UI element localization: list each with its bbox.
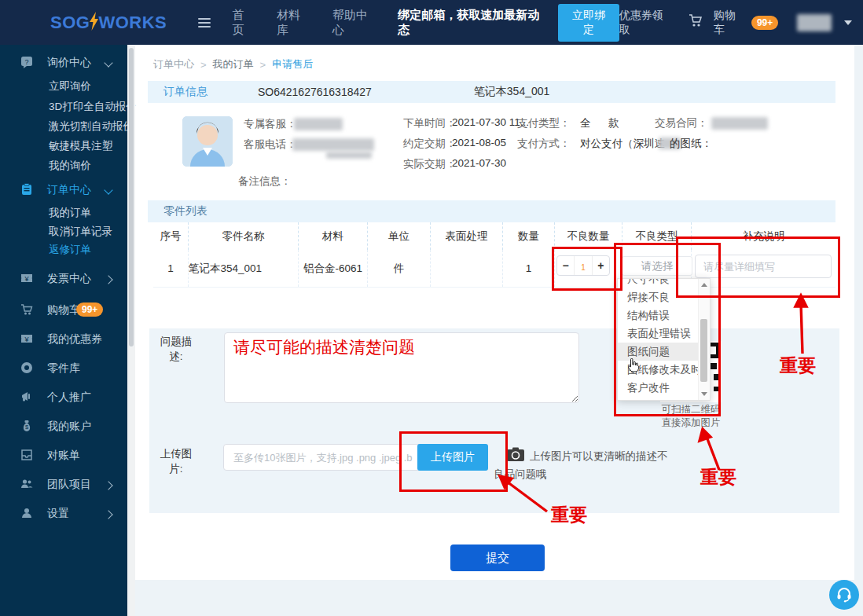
cs-label: 专属客服：	[244, 117, 297, 131]
stepper-value[interactable]: 1	[574, 256, 592, 275]
username-redacted[interactable]	[797, 14, 832, 31]
pay-type-value: 全 款	[580, 116, 619, 130]
promise-date-label: 约定交期：	[403, 137, 457, 151]
order-part-name: 笔记本354_001	[474, 85, 550, 99]
right-margin-strip	[854, 45, 863, 616]
sidebar-item-cancelled-orders[interactable]: 取消订单记录	[0, 223, 127, 240]
scroll-up-icon[interactable]	[701, 283, 707, 287]
page-scrollbar[interactable]	[127, 45, 135, 616]
chevron-right-icon	[104, 481, 112, 490]
parts-list-bar: 零件列表	[148, 200, 835, 222]
sidebar-item-repair-orders[interactable]: 返修订单	[0, 241, 127, 258]
defect-type-select[interactable]: 请选择	[622, 256, 692, 276]
order-time-label: 下单时间：	[403, 116, 457, 130]
clipboard-icon	[20, 183, 33, 196]
breadcrumb-my-orders[interactable]: 我的订单	[213, 57, 254, 72]
sidebar-item-inquiry-center[interactable]: ? 询价中心	[0, 54, 127, 72]
sidebar-item-cart[interactable]: 购物车 99+	[0, 302, 127, 319]
breadcrumb-separator: >	[260, 59, 266, 71]
option-weld-defect[interactable]: 焊接不良	[618, 288, 698, 306]
nav-help-center[interactable]: 帮助中心	[332, 8, 377, 38]
qr-hint-line1: 可扫描二维码	[638, 403, 744, 416]
sidebar-item-personal-promotion[interactable]: 个人推广	[0, 389, 127, 406]
row-part-name: 笔记本354_001	[189, 250, 299, 287]
defect-qty-stepper: − 1 +	[556, 255, 610, 276]
nav-material-library[interactable]: 材料库	[277, 8, 310, 38]
pay-type-label: 支付类型：	[517, 116, 571, 130]
bind-now-button[interactable]: 立即绑定	[558, 4, 619, 42]
cart-label[interactable]: 购物车	[714, 9, 744, 37]
mouse-hand-cursor-icon	[627, 358, 639, 376]
contract-redacted	[711, 117, 768, 130]
note-input[interactable]	[695, 255, 832, 278]
top-navbar: SOG WORKS 首页 材料库 帮助中心 绑定邮箱，获取速加最新动态 立即绑定…	[0, 0, 863, 45]
user-icon	[20, 507, 33, 519]
inbox-document-icon	[20, 449, 33, 461]
invoice-ticket-icon: ¥	[20, 272, 33, 284]
submit-button[interactable]: 提交	[450, 544, 545, 571]
scroll-thumb[interactable]	[700, 319, 707, 382]
customer-support-headset-icon[interactable]	[829, 580, 859, 610]
sidebar-item-team-projects[interactable]: 团队项目	[0, 476, 127, 493]
row-surface	[431, 250, 503, 287]
stepper-plus-button[interactable]: +	[593, 256, 609, 275]
order-info-label: 订单信息	[163, 85, 207, 99]
chevron-right-icon	[104, 275, 112, 284]
menu-hamburger-icon[interactable]	[198, 18, 210, 28]
scrollbar-thumb[interactable]	[129, 48, 134, 346]
drawing-label-overlap: 的图纸：	[670, 137, 712, 151]
sidebar-item-3d-print-quote[interactable]: 3D打印全自动报价	[0, 98, 127, 116]
sidebar-item-inquire-now[interactable]: 立即询价	[0, 78, 127, 95]
coupon-claim-link[interactable]: 优惠券领取	[619, 9, 670, 37]
breadcrumb-order-center[interactable]: 订单中心	[153, 57, 194, 72]
sidebar-item-order-center[interactable]: 订单中心	[0, 182, 127, 199]
sidebar-item-my-coupons[interactable]: ¥ 我的优惠券	[0, 331, 127, 348]
cart-icon[interactable]	[689, 14, 703, 31]
sidebar-item-parts-library[interactable]: 零件库	[0, 360, 127, 377]
sidebar-cart-badge: 99+	[76, 302, 103, 317]
sidebar-item-laser-cut-quote[interactable]: 激光切割自动报价	[0, 118, 127, 135]
sidebar-item-statement[interactable]: 对账单	[0, 447, 127, 464]
dropdown-scrollbar[interactable]	[698, 279, 710, 400]
row-material: 铝合金-6061	[299, 250, 368, 287]
col-unit: 单位	[368, 222, 431, 250]
col-surface: 表面处理	[431, 222, 503, 250]
upload-image-label: 上传图片:	[154, 446, 198, 476]
parts-table-header: 序号 零件名称 材料 单位 表面处理 数量 不良数量 不良类型 补充说明	[153, 222, 835, 250]
upload-image-button[interactable]: 上传图片	[417, 444, 488, 471]
svg-text:¥: ¥	[24, 275, 29, 283]
sogaworks-logo[interactable]: SOG WORKS	[50, 11, 167, 35]
sidebar-item-my-account[interactable]: $ 我的账户	[0, 418, 127, 435]
defect-type-dropdown: 尺寸不良 焊接不良 结构错误 表面处理错误 图纸问题 图纸修改未及时通知 客户改…	[617, 278, 711, 401]
navbar-right: 优惠券领取 购物车 99+	[619, 9, 852, 37]
stepper-minus-button[interactable]: −	[557, 256, 574, 275]
col-qty: 数量	[503, 222, 555, 250]
sidebar-item-settings[interactable]: 设置	[0, 505, 127, 522]
coupon-ticket-icon: ¥	[20, 332, 33, 345]
option-size-defect[interactable]: 尺寸不良	[618, 279, 698, 288]
nav-home[interactable]: 首页	[233, 8, 255, 38]
sidebar-item-my-inquiries[interactable]: 我的询价	[0, 157, 127, 174]
option-customer-change[interactable]: 客户改件	[618, 379, 698, 397]
row-unit: 件	[368, 250, 431, 287]
option-other[interactable]: 其他	[618, 397, 698, 400]
option-structure-error[interactable]: 结构错误	[618, 306, 698, 324]
scroll-down-icon[interactable]	[701, 392, 707, 396]
svg-text:?: ?	[24, 58, 28, 66]
cart-count-badge: 99+	[751, 16, 778, 30]
option-surface-error[interactable]: 表面处理错误	[618, 324, 698, 343]
actual-date-value: 2021-07-30	[452, 157, 506, 169]
remark-label: 备注信息：	[238, 174, 292, 189]
qr-hint-line2: 直接添加图片	[638, 416, 744, 430]
sidebar-item-invoice-center[interactable]: ¥ 发票中心	[0, 270, 127, 288]
left-sidebar: ? 询价中心 立即询价 3D打印全自动报价 激光切割自动报价 敏捷模具注塑 我的…	[0, 45, 127, 616]
user-menu-caret-icon[interactable]	[844, 20, 852, 25]
sidebar-item-my-orders[interactable]: 我的订单	[0, 204, 127, 222]
bind-email-promo-text: 绑定邮箱，获取速加最新动态	[398, 8, 544, 38]
actual-date-label: 实际交期：	[403, 157, 457, 171]
chevron-down-icon	[104, 185, 112, 194]
sidebar-item-rapid-mold[interactable]: 敏捷模具注塑	[0, 138, 127, 155]
breadcrumb: 订单中心 > 我的订单 > 申请售后	[153, 57, 313, 72]
order-number: SO6421627616318427	[258, 86, 372, 98]
footer-strip	[135, 580, 854, 616]
